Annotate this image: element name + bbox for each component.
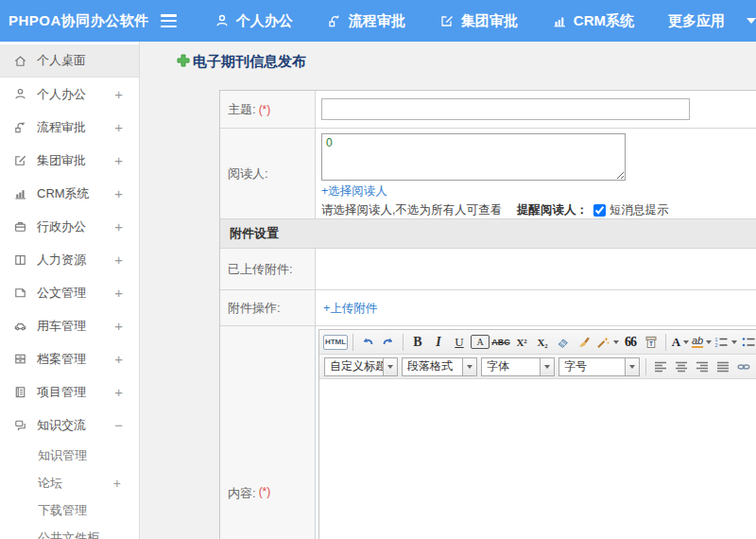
editor-superscript-button[interactable]: X² bbox=[512, 333, 531, 352]
nav-label: 更多应用 bbox=[668, 12, 725, 30]
expand-toggle[interactable]: + bbox=[114, 218, 123, 235]
sidebar-item-personal-office[interactable]: 个人办公 + bbox=[0, 78, 139, 111]
nav-workflow-approval[interactable]: 流程审批 bbox=[327, 12, 405, 30]
select-readers-link[interactable]: +选择阅读人 bbox=[321, 183, 387, 200]
sidebar-item-label: 档案管理 bbox=[37, 351, 86, 368]
top-header: PHPOA协同办公软件 个人办公 流程审批 集团审批 CRM系统 更多应用 bbox=[0, 0, 756, 42]
editor-undo-icon[interactable] bbox=[358, 333, 377, 352]
nav-group-approval[interactable]: 集团审批 bbox=[439, 12, 518, 30]
sidebar-item-workflow-approval[interactable]: 流程审批 + bbox=[0, 111, 139, 144]
editor-subscript-button[interactable]: X₂ bbox=[533, 333, 552, 352]
editor-paragraph-format-select[interactable]: 段落格式 bbox=[402, 357, 477, 376]
expand-toggle[interactable]: + bbox=[114, 86, 123, 102]
sidebar-item-label: 公文管理 bbox=[37, 285, 86, 302]
editor-paste-text-icon[interactable]: T bbox=[642, 333, 661, 352]
nav-personal-office[interactable]: 个人办公 bbox=[215, 12, 293, 30]
attachments-section-header: 附件设置 bbox=[220, 219, 756, 249]
sidebar-subitem-public-file-cabinet[interactable]: 公共文件柜 bbox=[0, 524, 139, 539]
person-icon bbox=[215, 13, 230, 28]
editor-italic-button[interactable]: I bbox=[429, 333, 448, 352]
editor-autoformat-wand-icon[interactable] bbox=[595, 333, 619, 352]
chat-icon bbox=[13, 418, 27, 432]
editor-content-area[interactable] bbox=[319, 379, 756, 539]
expand-toggle[interactable]: + bbox=[113, 476, 121, 491]
editor-align-left-icon[interactable] bbox=[651, 357, 670, 376]
caret-down-icon bbox=[683, 340, 689, 344]
editor-align-center-icon[interactable] bbox=[672, 357, 691, 376]
sidebar-item-crm-system[interactable]: CRM系统 + bbox=[0, 177, 139, 210]
editor-align-right-icon[interactable] bbox=[693, 357, 712, 376]
uploaded-attachments-row: 已上传附件: bbox=[220, 249, 756, 290]
editor-font-size-select[interactable]: 字号 bbox=[558, 357, 640, 376]
expand-toggle[interactable]: − bbox=[114, 417, 123, 433]
svg-text:2: 2 bbox=[715, 342, 718, 348]
subject-input[interactable] bbox=[321, 98, 690, 120]
editor-ordered-list-button[interactable]: 12 bbox=[713, 333, 737, 352]
toolbar-separator bbox=[645, 358, 646, 375]
nav-label: 流程审批 bbox=[349, 12, 405, 30]
sidebar-item-label: 个人办公 bbox=[37, 86, 86, 103]
editor-blockquote-button[interactable]: 66 bbox=[621, 333, 640, 352]
expand-toggle[interactable]: + bbox=[114, 351, 123, 367]
sidebar-item-document-management[interactable]: 公文管理 + bbox=[0, 276, 139, 309]
expand-toggle[interactable]: + bbox=[114, 384, 123, 400]
sidebar-item-archive-management[interactable]: 档案管理 + bbox=[0, 342, 139, 375]
page-title: 电子期刊信息发布 bbox=[177, 53, 306, 71]
expand-toggle[interactable]: + bbox=[114, 152, 123, 168]
sidebar-item-label: 集团审批 bbox=[37, 152, 86, 169]
sms-remind-checkbox[interactable] bbox=[593, 204, 606, 217]
sidebar-item-group-approval[interactable]: 集团审批 + bbox=[0, 144, 139, 177]
editor-style-select[interactable]: 自定义标题 bbox=[324, 357, 398, 376]
sidebar-item-label: 人力资源 bbox=[37, 252, 86, 269]
expand-toggle[interactable]: + bbox=[114, 285, 123, 301]
editor-bold-button[interactable]: B bbox=[408, 333, 427, 352]
nav-more-apps[interactable]: 更多应用 bbox=[668, 12, 756, 30]
toolbar-separator bbox=[403, 334, 404, 351]
top-nav: 个人办公 流程审批 集团审批 CRM系统 更多应用 bbox=[215, 12, 756, 30]
edit-square-icon bbox=[13, 153, 27, 167]
upload-attachment-link[interactable]: +上传附件 bbox=[323, 301, 377, 317]
editor-eraser-icon[interactable] bbox=[554, 333, 573, 352]
sidebar-item-human-resources[interactable]: 人力资源 + bbox=[0, 243, 139, 276]
required-mark: (*) bbox=[259, 485, 271, 498]
editor-font-color-button[interactable]: A bbox=[671, 333, 690, 352]
sidebar-subitem-download-management[interactable]: 下载管理 bbox=[0, 496, 139, 524]
editor-format-brush-icon[interactable] bbox=[575, 333, 593, 352]
app-window: PHPOA协同办公软件 个人办公 流程审批 集团审批 CRM系统 更多应用 bbox=[0, 0, 756, 539]
sidebar-item-project-management[interactable]: 项目管理 + bbox=[0, 375, 139, 409]
nav-crm-system[interactable]: CRM系统 bbox=[552, 12, 634, 30]
subject-label: 主题:(*) bbox=[220, 91, 316, 128]
editor-underline-button[interactable]: U bbox=[450, 333, 469, 352]
sidebar-subitem-knowledge-management[interactable]: 知识管理 bbox=[0, 442, 139, 469]
caret-down-icon bbox=[383, 358, 397, 375]
book-icon bbox=[13, 252, 27, 267]
expand-toggle[interactable]: + bbox=[114, 318, 123, 334]
editor-insert-link-icon[interactable] bbox=[734, 357, 753, 376]
editor-highlight-button[interactable]: ab bbox=[692, 333, 712, 352]
editor-char-style-button[interactable]: A bbox=[471, 335, 490, 349]
required-mark: (*) bbox=[259, 103, 271, 116]
editor-redo-icon[interactable] bbox=[379, 333, 398, 352]
sidebar-item-admin-office[interactable]: 行政办公 + bbox=[0, 210, 139, 243]
editor-font-family-select[interactable]: 字体 bbox=[481, 357, 555, 376]
sidebar-item-knowledge-exchange[interactable]: 知识交流 − bbox=[0, 409, 139, 442]
uploaded-attachments-label: 已上传附件: bbox=[220, 249, 316, 289]
readers-label: 阅读人: bbox=[220, 129, 316, 218]
hamburger-menu-icon[interactable] bbox=[161, 14, 177, 27]
caret-down-icon bbox=[540, 358, 554, 375]
sidebar-item-vehicle-management[interactable]: 用车管理 + bbox=[0, 309, 139, 342]
sidebar-subitem-forum[interactable]: 论坛 + bbox=[0, 469, 139, 496]
editor-align-justify-icon[interactable] bbox=[713, 357, 732, 376]
expand-toggle[interactable]: + bbox=[114, 119, 123, 135]
expand-toggle[interactable]: + bbox=[114, 185, 123, 201]
editor-bullet-list-button[interactable] bbox=[739, 333, 756, 352]
sidebar-item-label: 行政办公 bbox=[37, 218, 86, 235]
expand-toggle[interactable]: + bbox=[114, 252, 123, 268]
content-label: 内容:(*) bbox=[220, 326, 316, 539]
editor-html-source-button[interactable]: HTML bbox=[323, 335, 348, 350]
sidebar-item-personal-desktop[interactable]: 个人桌面 bbox=[0, 44, 139, 78]
svg-text:1: 1 bbox=[715, 336, 718, 341]
editor-strikethrough-button[interactable]: ABC bbox=[491, 333, 510, 352]
readers-hint-line: 请选择阅读人,不选为所有人可查看 提醒阅读人： 短消息提示 bbox=[321, 202, 756, 218]
readers-textarea[interactable]: 0 bbox=[321, 133, 626, 181]
